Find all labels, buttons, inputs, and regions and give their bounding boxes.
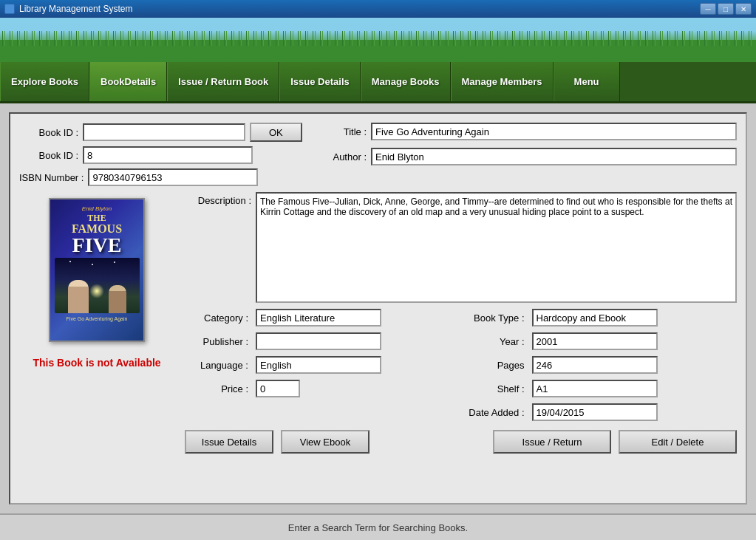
author-input[interactable] [371, 148, 737, 165]
date-added-group: Date Added : [461, 403, 738, 421]
shelf-label: Shelf : [461, 383, 528, 394]
unavailable-text: This Book is not Available [23, 349, 171, 369]
grass-banner [0, 18, 756, 62]
book-id-row2: Book ID : [19, 146, 307, 164]
nav-issue-return[interactable]: Issue / Return Book [167, 62, 279, 101]
nav-issue-details[interactable]: Issue Details [279, 62, 361, 101]
author-label: Author : [322, 151, 367, 163]
close-button[interactable]: ✕ [735, 3, 752, 15]
issue-details-button[interactable]: Issue Details [185, 430, 273, 454]
ok-button[interactable]: OK [250, 123, 302, 142]
fields-grid: Category : Book Type : Publisher : [185, 309, 737, 421]
language-input[interactable] [256, 356, 381, 374]
nav-manage-books[interactable]: Manage Books [361, 62, 451, 101]
title-bar-controls[interactable]: ─ □ ✕ [700, 3, 752, 15]
price-group: Price : [185, 380, 461, 397]
maximize-button[interactable]: □ [718, 3, 734, 15]
status-bar: Enter a Search Term for Searching Books. [0, 513, 756, 540]
status-text: Enter a Search Term for Searching Books. [288, 522, 468, 533]
category-group: Category : [185, 309, 461, 327]
issue-return-button[interactable]: Issue / Return [493, 430, 611, 454]
title-label: Title : [322, 126, 367, 137]
book-id-input1[interactable] [83, 123, 245, 141]
description-label: Description : [185, 192, 251, 206]
nav-manage-members[interactable]: Manage Members [451, 62, 554, 101]
content-area: Book ID : OK Book ID : ISBN Number : Tit… [9, 112, 747, 505]
minimize-button[interactable]: ─ [700, 3, 716, 15]
book-cover: Enid Blyton THE FAMOUS FIVE [49, 198, 145, 342]
title-row: Title : [322, 123, 737, 140]
cover-author: Enid Blyton [82, 205, 112, 212]
book-type-label: Book Type : [461, 312, 528, 324]
description-area: Description : [185, 192, 737, 303]
book-id-label1: Book ID : [19, 127, 78, 138]
year-group: Year : [461, 332, 738, 350]
cover-scene [55, 258, 140, 313]
pages-input[interactable] [532, 356, 658, 374]
book-id-input2[interactable] [83, 146, 253, 164]
nav-bar: Explore Books BookDetails Issue / Return… [0, 62, 756, 103]
nav-menu[interactable]: Menu [554, 62, 620, 101]
language-label: Language : [185, 360, 251, 371]
category-input[interactable] [256, 309, 381, 327]
isbn-label: ISBN Number : [19, 172, 84, 183]
date-added-input[interactable] [532, 403, 658, 421]
app-icon [4, 4, 15, 14]
language-group: Language : [185, 356, 461, 374]
pages-group: Pages [461, 356, 738, 374]
cover-subtitle: Five Go Adventuring Again [67, 315, 128, 322]
price-label: Price : [185, 383, 251, 394]
book-id-row1: Book ID : OK [19, 123, 307, 142]
edit-delete-button[interactable]: Edit / Delete [619, 430, 737, 454]
view-ebook-button[interactable]: View Ebook [281, 430, 370, 454]
isbn-row: ISBN Number : [19, 168, 307, 186]
year-label: Year : [461, 336, 528, 347]
description-textarea[interactable] [256, 192, 737, 303]
year-input[interactable] [532, 332, 658, 350]
publisher-label: Publisher : [185, 336, 251, 347]
cover-five: FIVE [72, 235, 122, 256]
title-bar: Library Management System ─ □ ✕ [0, 0, 756, 18]
title-input[interactable] [371, 123, 737, 140]
book-id-label2: Book ID : [19, 150, 78, 161]
shelf-input[interactable] [532, 380, 658, 397]
book-type-input[interactable] [532, 309, 658, 327]
category-label: Category : [185, 312, 251, 324]
isbn-input[interactable] [88, 168, 258, 186]
author-row: Author : [322, 148, 737, 165]
bottom-buttons: Issue Details View Ebook Issue / Return … [185, 427, 737, 454]
shelf-group: Shelf : [461, 380, 738, 397]
publisher-input[interactable] [256, 332, 381, 350]
date-added-label: Date Added : [461, 407, 528, 418]
main-content: Book ID : OK Book ID : ISBN Number : Tit… [0, 103, 756, 513]
window-title: Library Management System [19, 4, 132, 14]
title-bar-left: Library Management System [4, 4, 132, 14]
price-input[interactable] [256, 380, 300, 397]
nav-explore-books[interactable]: Explore Books [0, 62, 89, 101]
pages-label: Pages [461, 360, 528, 371]
grass-blades [0, 31, 756, 46]
book-type-group: Book Type : [461, 309, 738, 327]
publisher-group: Publisher : [185, 332, 461, 350]
nav-book-details[interactable]: BookDetails [89, 62, 167, 101]
